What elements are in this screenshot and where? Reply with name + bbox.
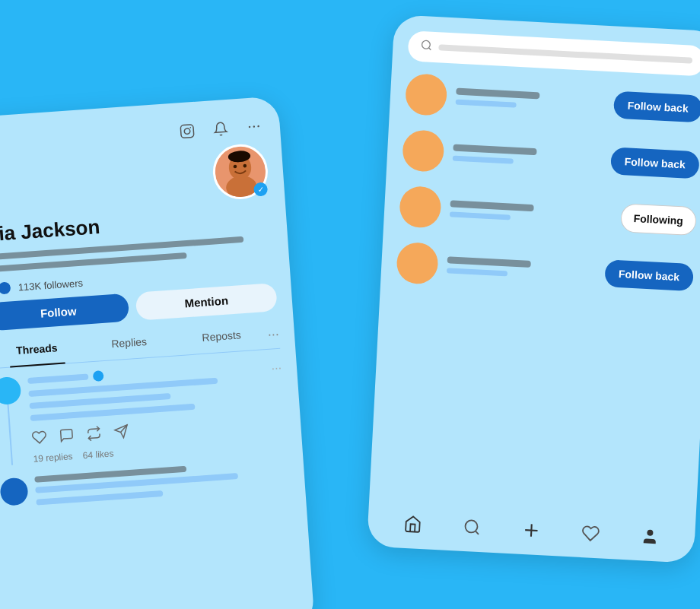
instagram-icon[interactable] <box>176 120 199 143</box>
svg-point-4 <box>253 125 255 128</box>
user-name-bar-3 <box>450 200 533 211</box>
bell-icon[interactable] <box>209 118 232 141</box>
svg-point-5 <box>257 125 259 128</box>
follow-back-button-2[interactable]: Follow back <box>610 147 700 179</box>
tab-threads[interactable]: Threads <box>0 334 84 368</box>
thread2-text-2 <box>36 490 163 506</box>
user-name-bar-1 <box>456 88 539 100</box>
user-name-bar-4 <box>447 256 531 268</box>
user-sub-bar-4 <box>447 268 508 276</box>
tabs-more-icon[interactable]: ··· <box>267 320 281 349</box>
user-avatar-3 <box>399 186 442 229</box>
heart-action-icon[interactable] <box>31 429 48 449</box>
user-info-2 <box>453 144 603 169</box>
mention-button[interactable]: Mention <box>135 283 278 321</box>
nav-plus-icon[interactable] <box>519 518 545 544</box>
nav-profile-icon[interactable] <box>637 524 663 550</box>
tab-replies[interactable]: Replies <box>82 327 177 361</box>
thread-content-1: 19 replies 64 likes <box>27 359 269 464</box>
nav-home-icon[interactable] <box>400 512 426 538</box>
thread-avatar-1 <box>0 376 21 405</box>
user-sub-bar-2 <box>453 155 514 163</box>
left-phone: ✓ Mia Jackson 113K followers Follow Ment… <box>0 96 315 609</box>
verified-badge: ✓ <box>253 182 268 196</box>
svg-point-21 <box>647 530 653 536</box>
user-avatar-4 <box>396 242 439 285</box>
likes-count: 64 likes <box>82 448 114 461</box>
svg-line-16 <box>428 48 431 50</box>
bottom-nav <box>368 509 695 550</box>
follow-back-button-4[interactable]: Follow back <box>604 259 694 291</box>
more-icon[interactable] <box>243 116 266 138</box>
user-name-bar-2 <box>453 144 536 156</box>
svg-point-3 <box>249 126 251 128</box>
follow-back-button-1[interactable]: Follow back <box>613 90 700 122</box>
svg-line-20 <box>525 530 537 531</box>
tab-reposts[interactable]: Reposts <box>174 321 269 355</box>
thread-line <box>8 404 14 465</box>
user-row-2: Follow back <box>402 129 700 186</box>
replies-count: 19 replies <box>33 451 73 465</box>
repost-action-icon[interactable] <box>86 425 103 445</box>
thread-name-bar <box>27 373 88 384</box>
following-button-3[interactable]: Following <box>620 203 697 236</box>
search-bar[interactable] <box>407 30 700 76</box>
user-info-4 <box>447 256 597 281</box>
thread-item-1: 19 replies 64 likes ··· <box>0 358 287 467</box>
thread-item-2 <box>0 458 291 513</box>
comment-action-icon[interactable] <box>59 427 75 447</box>
svg-line-18 <box>476 531 479 534</box>
user-avatar-2 <box>402 129 445 173</box>
user-avatar-1 <box>405 73 448 116</box>
user-row-4: Follow back <box>396 242 694 298</box>
user-info-1 <box>456 88 606 113</box>
right-phone: Follow back Follow back Following Follow… <box>367 14 700 563</box>
search-icon <box>420 39 433 55</box>
thread-avatar-2 <box>0 477 29 506</box>
svg-rect-0 <box>180 125 194 138</box>
thread-more-icon[interactable]: ··· <box>271 358 282 376</box>
share-action-icon[interactable] <box>113 423 130 443</box>
followers-avatars <box>0 280 12 297</box>
thread-verified-badge <box>93 370 104 382</box>
follow-button[interactable]: Follow <box>0 293 129 331</box>
user-info-3 <box>450 200 612 225</box>
user-sub-bar-1 <box>456 100 517 108</box>
follower-avatar-2 <box>0 280 12 296</box>
thread-content-2 <box>34 458 290 511</box>
svg-point-2 <box>189 127 191 128</box>
search-input[interactable] <box>438 44 692 63</box>
user-row-3: Following <box>399 186 697 242</box>
svg-point-1 <box>184 128 190 135</box>
nav-search-icon[interactable] <box>460 515 485 541</box>
nav-heart-icon[interactable] <box>578 521 603 547</box>
user-sub-bar-3 <box>450 211 511 220</box>
user-row-1: Follow back <box>405 73 700 129</box>
followers-count: 113K followers <box>18 277 83 293</box>
